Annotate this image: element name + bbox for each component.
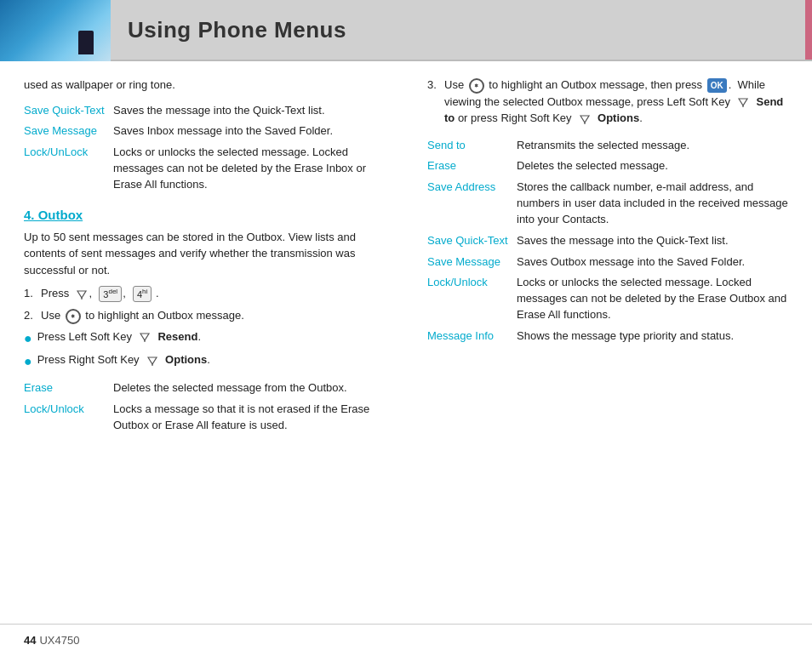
def-save-address: Stores the callback number, e-mail addre… — [517, 177, 788, 231]
table-row: Save Quick-Text Saves the message into t… — [24, 100, 385, 122]
bullet-resend: ● Press Left Soft Key Resend. — [24, 329, 385, 348]
term-save-message: Save Message — [24, 121, 113, 142]
header-title-bar: Using Phone Menus — [111, 0, 805, 60]
right-softkey-icon-options — [146, 355, 158, 367]
page-title: Using Phone Menus — [128, 17, 346, 43]
header-accent — [805, 0, 812, 60]
step-1-num: 1. — [24, 285, 37, 302]
page-footer: 44 UX4750 — [0, 624, 812, 656]
terms-table-bottom: Erase Deletes the selected message from … — [24, 378, 385, 436]
term-sendto: Send to — [427, 135, 517, 157]
bullet-dot-1: ● — [24, 328, 32, 348]
def-erase-left: Deletes the selected message from the Ou… — [113, 378, 385, 399]
step-1-text: Press , 3del, 4hi . — [41, 285, 159, 302]
press-icon-1 — [76, 288, 88, 300]
left-column: used as wallpaper or ring tone. Save Qui… — [24, 77, 393, 608]
term-save-message-right: Save Message — [427, 252, 517, 273]
table-row: Send to Retransmits the selected message… — [427, 135, 788, 157]
main-content: used as wallpaper or ring tone. Save Qui… — [0, 61, 812, 624]
def-lockunlock-left: Locks a message so that it is not erased… — [113, 399, 385, 436]
table-row: Message Info Shows the message type prio… — [427, 326, 788, 347]
key-4hi: 4hi — [133, 286, 152, 302]
term-erase-right: Erase — [427, 156, 517, 177]
term-save-address: Save Address — [427, 177, 517, 231]
def-sendto: Retransmits the selected message. — [517, 135, 788, 157]
bullet-dot-2: ● — [24, 351, 32, 371]
def-lock-unlock: Locks or unlocks the selected message. L… — [113, 142, 385, 196]
terms-table-top: Save Quick-Text Saves the message into t… — [24, 100, 385, 196]
page-number: 44 — [24, 634, 36, 647]
nav-icon-step3 — [469, 78, 484, 94]
intro-text: used as wallpaper or ring tone. — [24, 77, 385, 94]
step-3-text: Use to highlight an Outbox message, then… — [444, 77, 788, 127]
term-erase-left: Erase — [24, 378, 113, 399]
nav-icon-step2 — [66, 309, 81, 324]
term-save-quicktext-right: Save Quick-Text — [427, 231, 517, 252]
step-2-text: Use to highlight an Outbox message. — [41, 307, 244, 324]
section-heading-outbox: 4. Outbox — [24, 208, 385, 222]
def-save-quicktext-right: Saves the message into the Quick-Text li… — [517, 231, 788, 252]
step-2: 2. Use to highlight an Outbox message. — [24, 307, 385, 324]
step-3-num: 3. — [427, 77, 441, 127]
term-message-info: Message Info — [427, 326, 517, 347]
def-save-quick-text: Saves the message into the Quick-Text li… — [113, 100, 385, 122]
table-row: Lock/Unlock Locks or unlocks the selecte… — [427, 272, 788, 326]
def-save-message-right: Saves Outbox message into the Saved Fold… — [517, 252, 788, 273]
def-lockunlock-right: Locks or unlocks the selected message. L… — [517, 272, 788, 326]
def-erase-right: Deletes the selected message. — [517, 156, 788, 177]
footer-model: UX4750 — [39, 634, 79, 647]
left-softkey-icon-resend — [139, 331, 151, 343]
bullet-1-text: Press Left Soft Key Resend. — [37, 329, 201, 345]
resend-label: Resend — [157, 330, 197, 343]
options-label-right: Options — [598, 111, 639, 124]
term-lockunlock-right: Lock/Unlock — [427, 272, 517, 326]
table-row: Erase Deletes the selected message. — [427, 156, 788, 177]
step-1: 1. Press , 3del, 4hi . — [24, 285, 385, 302]
table-row: Save Message Saves Outbox message into t… — [427, 252, 788, 273]
terms-table-right: Send to Retransmits the selected message… — [427, 135, 788, 347]
right-column: 3. Use to highlight an Outbox message, t… — [419, 77, 788, 608]
ok-badge: OK — [707, 78, 727, 93]
table-row: Erase Deletes the selected message from … — [24, 378, 385, 399]
table-row: Save Address Stores the callback number,… — [427, 177, 788, 231]
table-row: Lock/Unlock Locks a message so that it i… — [24, 399, 385, 436]
step-2-num: 2. — [24, 307, 37, 324]
bullet-2-text: Press Right Soft Key Options. — [37, 352, 210, 368]
key-3del: 3del — [99, 286, 122, 302]
def-message-info: Shows the message type priority and stat… — [517, 326, 788, 347]
section-para: Up to 50 sent messages can be stored in … — [24, 229, 385, 279]
def-save-message: Saves Inbox message into the Saved Folde… — [113, 121, 385, 142]
table-row: Save Message Saves Inbox message into th… — [24, 121, 385, 142]
right-softkey-icon-opts — [579, 113, 591, 125]
header-image — [0, 0, 111, 61]
page-header: Using Phone Menus — [0, 0, 812, 61]
table-row: Lock/UnLock Locks or unlocks the selecte… — [24, 142, 385, 196]
term-lockunlock-left: Lock/Unlock — [24, 399, 113, 436]
step-3: 3. Use to highlight an Outbox message, t… — [427, 77, 788, 127]
table-row: Save Quick-Text Saves the message into t… — [427, 231, 788, 252]
term-save-quick-text: Save Quick-Text — [24, 100, 113, 122]
left-softkey-icon-sendto — [737, 96, 749, 108]
options-label-left: Options — [165, 353, 207, 366]
term-lock-unlock: Lock/UnLock — [24, 142, 113, 196]
bullet-options: ● Press Right Soft Key Options. — [24, 352, 385, 371]
